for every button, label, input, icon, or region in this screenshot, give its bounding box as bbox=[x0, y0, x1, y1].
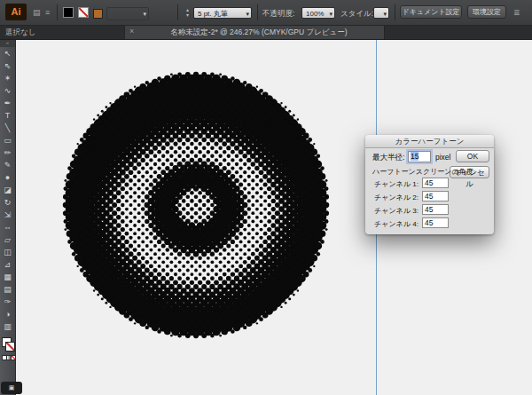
column-graph-tool[interactable]: ▥ bbox=[0, 320, 15, 333]
max-radius-label: 最大半径: bbox=[372, 153, 404, 163]
channel-label: チャンネル 4: bbox=[367, 219, 419, 229]
document-title: 名称未設定-2* @ 246.27% (CMYK/GPU プレビュー) bbox=[137, 28, 380, 38]
color-halftone-dialog: カラーハーフトーン 最大半径: 15 pixel OK キャンセル ハーフトーン… bbox=[365, 135, 494, 234]
blend-tool[interactable]: ◑ bbox=[0, 308, 15, 320]
channel-label: チャンネル 2: bbox=[367, 193, 419, 202]
style-dropdown[interactable]: ▾ bbox=[373, 7, 389, 19]
channel-row: チャンネル 3:45 bbox=[365, 204, 494, 217]
blob-brush-tool[interactable]: ● bbox=[0, 171, 15, 184]
document-tab-bar: 選択なし × 名称未設定-2* @ 246.27% (CMYK/GPU プレビュ… bbox=[0, 25, 532, 40]
gradient-tool[interactable]: ▤ bbox=[0, 283, 15, 296]
separator bbox=[395, 4, 395, 20]
separator bbox=[257, 4, 258, 20]
eyedropper-tool[interactable]: ✑ bbox=[0, 296, 15, 308]
brush-size-value: 5 pt. 丸筆 bbox=[198, 8, 228, 20]
chevron-down-icon: ▾ bbox=[246, 10, 249, 18]
document-setup-button[interactable]: ドキュメント設定 bbox=[400, 5, 462, 19]
channel-label: チャンネル 1: bbox=[367, 179, 419, 189]
rotate-tool[interactable]: ↻ bbox=[0, 196, 15, 209]
channel-row: チャンネル 2:45 bbox=[365, 191, 494, 204]
none-button[interactable] bbox=[11, 355, 16, 360]
chevron-down-icon: ▾ bbox=[383, 10, 387, 18]
lines-menu-icon[interactable]: ≡ bbox=[45, 8, 50, 17]
brush-color-swatch[interactable] bbox=[93, 9, 103, 19]
channel-row: チャンネル 4:45 bbox=[365, 217, 494, 231]
brush-definition-dropdown[interactable]: ▾ bbox=[106, 7, 149, 20]
channel-input[interactable]: 45 bbox=[422, 217, 449, 228]
chevron-down-icon: ▾ bbox=[143, 10, 146, 18]
channel-label: チャンネル 3: bbox=[367, 206, 419, 216]
opacity-value: 100% bbox=[306, 8, 324, 20]
scale-tool[interactable]: ⇲ bbox=[0, 209, 15, 221]
selection-tool[interactable]: ↖ bbox=[0, 47, 15, 59]
free-transform-tool[interactable]: ▱ bbox=[0, 233, 15, 246]
perspective-grid-tool[interactable]: ⊿ bbox=[0, 258, 15, 271]
selection-status: 選択なし bbox=[5, 28, 35, 38]
eraser-tool[interactable]: ◪ bbox=[0, 184, 15, 196]
app-logo[interactable]: Ai bbox=[5, 4, 27, 20]
channel-input[interactable]: 45 bbox=[422, 191, 449, 201]
panel-menu-icon[interactable]: ≣ bbox=[513, 8, 520, 17]
toolbar-collapse[interactable]: « bbox=[0, 39, 15, 47]
pixel-unit-label: pixel bbox=[435, 153, 450, 162]
stroke-weight-stepper[interactable]: ▴ ▾ bbox=[184, 7, 192, 19]
separator bbox=[177, 4, 178, 20]
max-radius-value: 15 bbox=[411, 152, 419, 161]
channel-row: チャンネル 1:45 bbox=[365, 178, 494, 191]
grid-menu-icon[interactable]: ▤ bbox=[33, 8, 41, 17]
screen-mode-badge[interactable]: ▣ bbox=[1, 382, 22, 394]
style-label: スタイル: bbox=[340, 9, 373, 20]
channel-input[interactable]: 45 bbox=[422, 204, 449, 215]
magic-wand-tool[interactable]: ✶ bbox=[0, 72, 15, 84]
opacity-label: 不透明度: bbox=[262, 9, 294, 20]
close-icon[interactable]: × bbox=[129, 27, 134, 36]
mesh-tool[interactable]: ▦ bbox=[0, 271, 15, 283]
shape-builder-tool[interactable]: ◫ bbox=[0, 246, 15, 258]
document-tab[interactable]: × 名称未設定-2* @ 246.27% (CMYK/GPU プレビュー) bbox=[124, 25, 385, 39]
line-segment-tool[interactable]: ╲ bbox=[0, 122, 15, 134]
chevron-down-icon: ▾ bbox=[329, 10, 332, 18]
dialog-title-bar[interactable]: カラーハーフトーン bbox=[365, 135, 494, 148]
artboard-canvas[interactable]: カラーハーフトーン 最大半径: 15 pixel OK キャンセル ハーフトーン… bbox=[15, 39, 532, 395]
illustrator-window: Ai ▤ ≡ ▾ ▴ ▾ 5 pt. 丸筆 ▾ 不透明度: 100% ▾ スタイ… bbox=[0, 0, 532, 395]
opacity-select[interactable]: 100% ▾ bbox=[301, 7, 335, 19]
pen-tool[interactable]: ✒ bbox=[0, 97, 15, 109]
width-tool[interactable]: ⇔ bbox=[0, 221, 15, 233]
angle-section-label: ハーフトーンスクリーンの角度: bbox=[372, 167, 475, 177]
lasso-tool[interactable]: ∿ bbox=[0, 84, 15, 97]
channel-input[interactable]: 45 bbox=[422, 178, 449, 188]
preferences-button[interactable]: 環境設定 bbox=[467, 5, 506, 19]
app-bar: Ai ▤ ≡ ▾ ▴ ▾ 5 pt. 丸筆 ▾ 不透明度: 100% ▾ スタイ… bbox=[0, 0, 532, 26]
type-tool[interactable]: T bbox=[0, 109, 15, 122]
stroke-none-swatch[interactable] bbox=[78, 7, 89, 18]
fill-color-swatch[interactable] bbox=[63, 7, 74, 18]
max-radius-input[interactable]: 15 bbox=[408, 151, 431, 162]
separator bbox=[57, 4, 58, 20]
stepper-down-icon[interactable]: ▾ bbox=[186, 12, 189, 18]
direct-selection-tool[interactable]: ⇖ bbox=[0, 59, 15, 72]
tools-panel: « ↖⇖✶∿✒T╲▭✏✎●◪↻⇲⇔▱◫⊿▦▤✑◑▥ bbox=[0, 39, 16, 395]
stroke-swatch[interactable] bbox=[5, 342, 15, 352]
paintbrush-tool[interactable]: ✏ bbox=[0, 146, 15, 159]
tool-icons: ↖⇖✶∿✒T╲▭✏✎●◪↻⇲⇔▱◫⊿▦▤✑◑▥ bbox=[0, 47, 15, 333]
ok-button[interactable]: OK bbox=[456, 150, 489, 162]
rectangle-tool[interactable]: ▭ bbox=[0, 134, 15, 146]
brush-size-select[interactable]: 5 pt. 丸筆 ▾ bbox=[193, 7, 252, 19]
pencil-tool[interactable]: ✎ bbox=[0, 159, 15, 171]
